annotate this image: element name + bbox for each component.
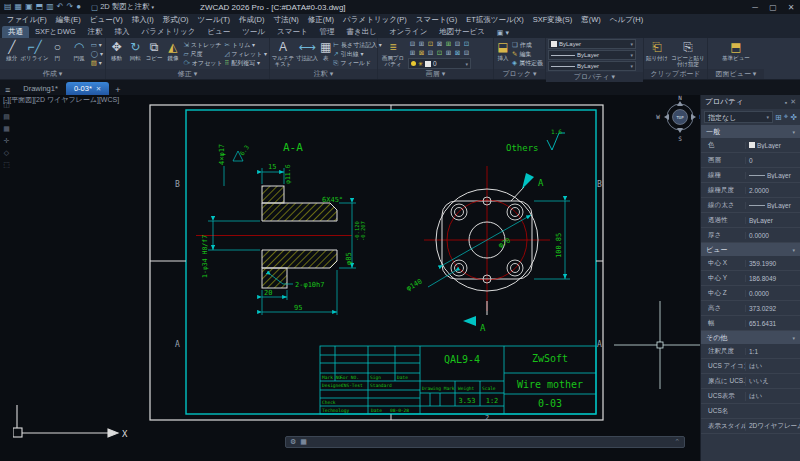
prop-row-ucs-name[interactable]: UCS名: [701, 404, 800, 419]
tool-linear-dim[interactable]: ⊢長さ寸法記入 ▾: [333, 41, 382, 49]
group-label-clipboard[interactable]: クリップボード: [644, 69, 707, 79]
menu-parametric[interactable]: パラメトリック(P): [339, 15, 412, 25]
select-objects-icon[interactable]: ⌖: [784, 112, 789, 122]
tool-mtext[interactable]: Aマルチテキスト: [272, 39, 294, 67]
doc-tab-drawing1[interactable]: Drawing1*: [15, 82, 66, 95]
tool-rectangle[interactable]: ▭▾: [91, 41, 103, 49]
prop-row-height[interactable]: 高さ373.0292: [701, 301, 800, 316]
strip-icon-box[interactable]: ⬚: [3, 161, 10, 169]
section-general[interactable]: 一般▾: [701, 125, 800, 138]
prop-row-ltscale[interactable]: 線種尺度2.0000: [701, 183, 800, 198]
prop-row-lineweight[interactable]: 線の太さByLayer: [701, 198, 800, 213]
layer-dropdown[interactable]: ✳ 0 ▾: [408, 58, 471, 69]
close-tab-icon[interactable]: ✕: [96, 85, 101, 92]
layer-tool-icon[interactable]: ⊟: [453, 39, 462, 48]
menu-file[interactable]: ファイル(F): [2, 15, 51, 25]
ribbon-style-icon[interactable]: ▣ ▾: [491, 28, 515, 38]
tool-copy[interactable]: ⧉コピー: [146, 39, 163, 61]
menu-modify[interactable]: 修正(M): [303, 15, 338, 25]
command-collapse-icon[interactable]: ⌃: [674, 438, 680, 446]
ribbon-tab-online[interactable]: オンライン: [383, 26, 433, 38]
group-label-block[interactable]: ブロック ▾: [494, 69, 545, 79]
group-label-drawing-view[interactable]: 図面ビュー ▾: [708, 69, 764, 79]
prop-row-thickness[interactable]: 厚さ0.0000: [701, 228, 800, 243]
menu-express[interactable]: ET拡張ツール(X): [462, 15, 528, 25]
doc-tab-0-03[interactable]: 0-03*✕: [66, 82, 109, 95]
layer-tool-icon[interactable]: ⊟: [462, 48, 471, 57]
new-file-icon[interactable]: ▤: [4, 1, 12, 13]
tool-table[interactable]: ▦表: [320, 39, 331, 61]
close-button[interactable]: ✕: [782, 3, 800, 12]
strip-icon-grid[interactable]: ▤: [3, 113, 10, 121]
tool-leader[interactable]: ↗引出線 ▾: [333, 50, 382, 58]
save-icon[interactable]: ▣: [25, 1, 33, 13]
drawing-canvas[interactable]: [-][平面図][2D ワイヤフレーム][WCS] ◫ ▤ ▦ ✛ ◇ ⬚: [0, 95, 700, 461]
lineweight-control[interactable]: ByLayer▾: [548, 50, 636, 60]
tool-block-create[interactable]: ❏作成: [512, 41, 543, 49]
ribbon-tab-sxfdwg[interactable]: SXFとDWG: [29, 26, 82, 38]
ribbon-tab-parametric[interactable]: パラメトリック: [136, 26, 202, 38]
prop-row-width[interactable]: 幅651.6431: [701, 316, 800, 331]
new-document-button[interactable]: +: [109, 85, 126, 95]
ribbon-tab-insert[interactable]: 挿入: [109, 26, 136, 38]
layer-tool-icon[interactable]: ⊠: [453, 48, 462, 57]
layer-tool-icon[interactable]: ⊠: [417, 48, 426, 57]
tool-fillet[interactable]: ◿フィレット ▾: [225, 50, 267, 58]
tool-field[interactable]: ⎘フィールド: [333, 59, 382, 67]
strip-icon-view[interactable]: ◇: [4, 149, 9, 157]
group-label-annotate[interactable]: 注釈 ▾: [270, 69, 377, 79]
tool-scale[interactable]: ▱尺度: [183, 50, 222, 58]
menu-dimension[interactable]: 寸法(N): [269, 15, 303, 25]
tool-polyline[interactable]: ⌐╱ポリライン: [24, 39, 46, 61]
ribbon-tab-map[interactable]: 地図サービス: [433, 26, 491, 38]
menu-sxf[interactable]: SXF変換(S): [528, 15, 577, 25]
tool-offset[interactable]: ⧂オフセット: [183, 59, 222, 67]
tool-array[interactable]: ⠿配列複写 ▾: [225, 59, 267, 67]
ribbon-tab-tools[interactable]: ツール: [236, 26, 271, 38]
menu-window[interactable]: 窓(W): [577, 15, 606, 25]
prop-row-center-x[interactable]: 中心 X359.1990: [701, 256, 800, 271]
ribbon-tab-manage[interactable]: 管理: [314, 26, 341, 38]
tool-stretch[interactable]: ⇲ストレッチ: [183, 41, 222, 49]
command-line[interactable]: ⚙ ▦ ⌃: [285, 436, 685, 448]
menu-insert[interactable]: 挿入(I): [127, 15, 158, 25]
ribbon-tab-smart[interactable]: スマート: [271, 26, 314, 38]
workspace-switcher[interactable]: ▢ 2D 製図と注釈 ▾: [85, 2, 160, 12]
section-misc[interactable]: その他▾: [701, 331, 800, 344]
prop-row-linetype[interactable]: 線種ByLayer: [701, 168, 800, 183]
tool-trim[interactable]: ✂トリム ▾: [225, 41, 267, 49]
section-view[interactable]: ビュー▾: [701, 243, 800, 256]
menu-draw[interactable]: 作成(D): [235, 15, 269, 25]
group-label-modify[interactable]: 修正 ▾: [106, 69, 269, 79]
menu-tools[interactable]: ツール(T): [193, 15, 234, 25]
tool-insert-block[interactable]: ⬓挿入: [496, 39, 510, 61]
tool-arc[interactable]: ◠円弧: [69, 39, 89, 61]
view-compass[interactable]: N S W E TOP: [656, 95, 700, 142]
prop-row-ucs-origin[interactable]: 原点に UCS...いいえ: [701, 374, 800, 389]
layer-tool-icon[interactable]: ⊡: [462, 39, 471, 48]
ribbon-tab-annotate[interactable]: 注釈: [82, 26, 109, 38]
tool-block-edit[interactable]: ✎編集: [512, 50, 543, 58]
ribbon-tab-common[interactable]: 共通: [2, 26, 29, 38]
layer-tool-icon[interactable]: ⊞: [408, 48, 417, 57]
prop-row-center-y[interactable]: 中心 Y186.8049: [701, 271, 800, 286]
print-icon[interactable]: ▥: [46, 1, 54, 13]
toggle-pickadd-icon[interactable]: ✜: [790, 113, 797, 122]
prop-row-layer[interactable]: 画層0: [701, 153, 800, 168]
panel-close-icon[interactable]: ✕: [790, 98, 796, 106]
prop-row-center-z[interactable]: 中心 Z0.0000: [701, 286, 800, 301]
compass-south[interactable]: S: [678, 135, 682, 142]
prop-row-transparency[interactable]: 透過性ByLayer: [701, 213, 800, 228]
menu-help[interactable]: ヘルプ(H): [605, 15, 647, 25]
tool-rotate[interactable]: ↻回転: [127, 39, 144, 61]
panel-pin-icon[interactable]: ▪: [785, 99, 787, 106]
save-as-icon[interactable]: ⬒: [36, 1, 44, 13]
group-label-properties[interactable]: プロパティ ▾: [546, 72, 643, 82]
ribbon-tab-view[interactable]: ビュー: [201, 26, 236, 38]
layer-tool-icon[interactable]: ⊞: [444, 39, 453, 48]
tool-attr-define[interactable]: ◈属性定義: [512, 59, 543, 67]
compass-west[interactable]: W: [656, 113, 660, 120]
tool-hatch[interactable]: ▨▾: [91, 59, 103, 67]
layer-tool-icon[interactable]: ⊞: [444, 48, 453, 57]
tool-dimension[interactable]: ⟷寸法記入: [296, 39, 318, 61]
